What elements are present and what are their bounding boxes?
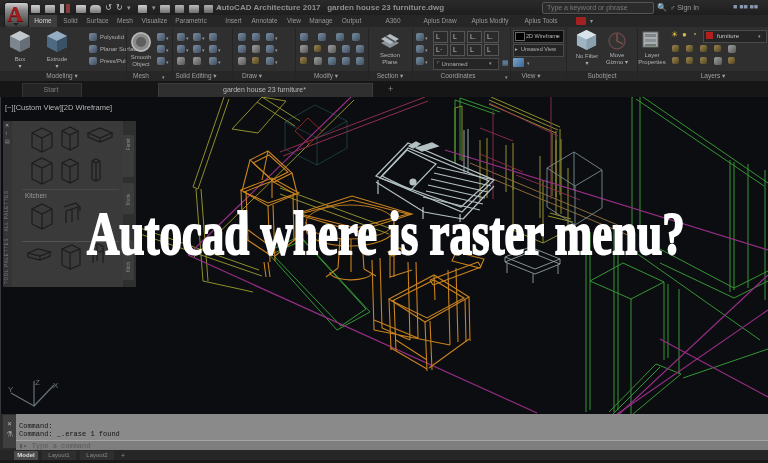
svg-text:Z: Z: [35, 378, 40, 387]
svg-text:Y: Y: [8, 385, 14, 394]
svg-text:X: X: [53, 381, 59, 390]
